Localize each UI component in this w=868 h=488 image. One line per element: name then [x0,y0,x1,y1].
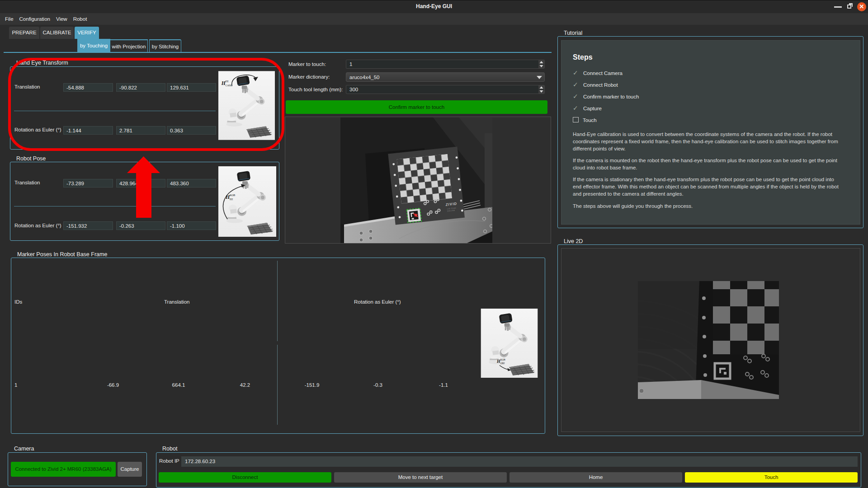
svg-text:ROB: ROB [230,194,235,197]
svg-text:ROB: ROB [500,358,505,361]
svg-text:OBJ: OBJ [500,362,505,365]
svg-text:EE: EE [230,198,233,201]
svg-text:H: H [496,359,500,364]
